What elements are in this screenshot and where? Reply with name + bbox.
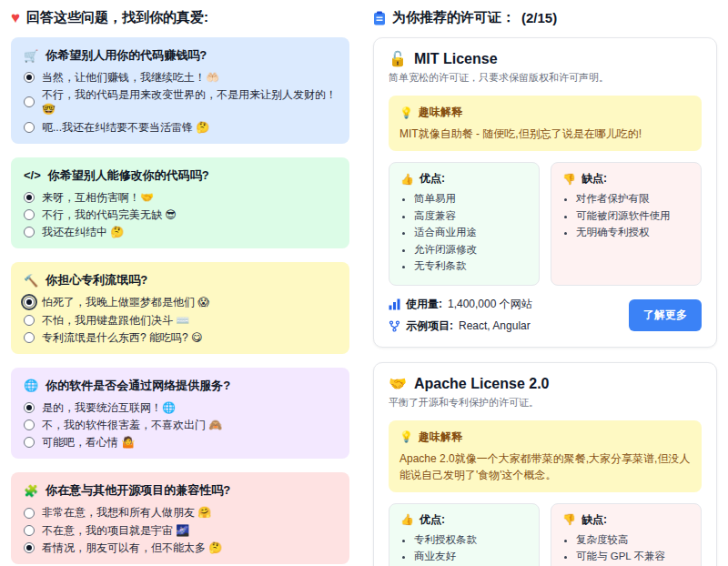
question-card: 🛒 你希望别人用你的代码赚钱吗? 当然，让他们赚钱，我继续吃土！🤲🏻 不行，我的… — [11, 37, 349, 144]
pros-list: 专利授权条款商业友好允许闭源修改 — [400, 533, 528, 566]
radio-icon[interactable] — [24, 297, 35, 308]
option-list: 当然，让他们赚钱，我继续吃土！🤲🏻 不行，我的代码是用来改变世界的，不是用来让别… — [24, 70, 337, 135]
question-title: 🌐 你的软件是否会通过网络提供服务? — [24, 378, 337, 394]
option-label: 不行，我的代码是用来改变世界的，不是用来让别人发财的！🤓 — [42, 87, 337, 116]
option-label: 看情况，朋友可以有，但不能太多 🤔 — [42, 541, 222, 555]
radio-icon[interactable] — [24, 525, 35, 536]
thumbs-up-icon: 👍 — [400, 173, 414, 186]
option-label: 我还在纠结中 🤔 — [42, 225, 124, 239]
fun-label: 💡 趣味解释 — [399, 105, 691, 120]
cons-item: 复杂度较高 — [576, 533, 690, 548]
radio-option[interactable]: 可能吧，看心情 🤷 — [24, 435, 337, 450]
radio-option[interactable]: 当然，让他们赚钱，我继续吃土！🤲🏻 — [24, 70, 337, 85]
questions-panel: ♥ 回答这些问题，找到你的真爱: 🛒 你希望别人用你的代码赚钱吗? 当然，让他们… — [11, 7, 349, 566]
radio-option[interactable]: 非常在意，我想和所有人做朋友 🤗 — [24, 505, 337, 520]
radio-icon[interactable] — [24, 332, 35, 343]
radio-option[interactable]: 不在意，我的项目就是宇宙 🌌 — [24, 523, 337, 538]
option-label: 非常在意，我想和所有人做朋友 🤗 — [42, 505, 211, 520]
license-name-text: Apache License 2.0 — [414, 376, 550, 392]
radio-icon[interactable] — [24, 402, 35, 413]
question-list: 🛒 你希望别人用你的代码赚钱吗? 当然，让他们赚钱，我继续吃土！🤲🏻 不行，我的… — [11, 37, 349, 564]
chart-icon — [389, 298, 400, 310]
bulb-icon: 💡 — [399, 106, 413, 119]
pros-item: 允许闭源修改 — [414, 243, 528, 258]
radio-option[interactable]: 不行，我的代码是用来改变世界的，不是用来让别人发财的！🤓 — [24, 87, 337, 116]
cons-item: 无明确专利授权 — [576, 226, 690, 240]
radio-option[interactable]: 是的，我要统治互联网！🌐 — [24, 400, 337, 415]
radio-option[interactable]: 看情况，朋友可以有，但不能太多 🤔 — [24, 541, 337, 555]
questions-panel-title-text: 回答这些问题，找到你的真爱: — [26, 9, 208, 26]
option-label: 呃...我还在纠结要不要当活雷锋 🤔 — [42, 120, 209, 135]
radio-icon[interactable] — [24, 508, 35, 519]
option-label: 不，我的软件很害羞，不喜欢出门 🙈 — [42, 418, 222, 432]
cons-label-text: 缺点: — [581, 171, 607, 187]
thumbs-up-icon: 👍 — [400, 513, 414, 526]
radio-icon[interactable] — [24, 72, 35, 83]
radio-option[interactable]: 不怕，我用键盘跟他们决斗 ⌨️ — [24, 313, 337, 328]
radio-icon[interactable] — [24, 192, 35, 203]
option-label: 不怕，我用键盘跟他们决斗 ⌨️ — [42, 313, 189, 328]
handshake-icon: 🤝 — [389, 377, 407, 391]
pros-title: 👍 优点: — [400, 512, 528, 528]
cons-item: 可能与 GPL 不兼容 — [576, 550, 690, 564]
usage-label: 使用量: — [406, 297, 442, 312]
radio-option[interactable]: 不行，我的代码完美无缺 😎 — [24, 207, 337, 222]
question-card: 🧩 你在意与其他开源项目的兼容性吗? 非常在意，我想和所有人做朋友 🤗 不在意，… — [11, 472, 349, 564]
radio-icon[interactable] — [24, 437, 35, 448]
puzzle-icon: 🧩 — [24, 485, 38, 497]
question-card: 🔨 你担心专利流氓吗? 怕死了，我晚上做噩梦都是他们 😱 不怕，我用键盘跟他们决… — [11, 262, 349, 354]
license-chooser-app: ♥ 回答这些问题，找到你的真爱: 🛒 你希望别人用你的代码赚钱吗? 当然，让他们… — [0, 0, 728, 566]
radio-option[interactable]: 来呀，互相伤害啊！🤝 — [24, 190, 337, 205]
question-title-text: 你担心专利流氓吗? — [46, 272, 147, 288]
cons-item: 对作者保护有限 — [576, 192, 690, 207]
license-name: 🤝 Apache License 2.0 — [389, 376, 702, 392]
radio-icon[interactable] — [24, 122, 35, 133]
usage-stat: 使用量: 1,400,000 个网站 — [389, 297, 532, 312]
radio-icon[interactable] — [24, 227, 35, 238]
fun-explanation-box: 💡 趣味解释 MIT就像自助餐 - 随便吃,但别忘了说是在哪儿吃的! — [389, 96, 702, 151]
radio-option[interactable]: 不，我的软件很害羞，不喜欢出门 🙈 — [24, 418, 337, 432]
radio-icon[interactable] — [24, 209, 35, 220]
radio-icon[interactable] — [24, 315, 35, 326]
question-title: 🧩 你在意与其他开源项目的兼容性吗? — [24, 482, 337, 499]
clipboard-icon — [373, 11, 386, 25]
bulb-icon: 💡 — [399, 430, 413, 443]
radio-icon[interactable] — [24, 542, 35, 553]
pros-cons-row: 👍 优点: 简单易用高度兼容适合商业用途允许闭源修改无专利条款 👎 缺点: — [389, 162, 702, 286]
fun-label-text: 趣味解释 — [419, 430, 462, 445]
pros-cons-row: 👍 优点: 专利授权条款商业友好允许闭源修改 👎 缺点: — [389, 503, 702, 566]
radio-option[interactable]: 我还在纠结中 🤔 — [24, 225, 337, 239]
heart-icon: ♥ — [11, 10, 20, 25]
cons-item: 可能被闭源软件使用 — [576, 209, 690, 224]
license-name: 🔓 MIT License — [389, 51, 702, 67]
option-label: 是的，我要统治互联网！🌐 — [42, 400, 176, 415]
fun-label-text: 趣味解释 — [419, 105, 462, 120]
pros-item: 高度兼容 — [414, 209, 528, 224]
cons-list: 对作者保护有限可能被闭源软件使用无明确专利授权 — [562, 192, 690, 240]
question-title: </> 你希望别人能修改你的代码吗? — [24, 167, 337, 184]
fun-text: Apache 2.0就像一个大家都带菜的聚餐,大家分享菜谱,但没人能说自己发明了… — [399, 450, 691, 483]
usage-value: 1,400,000 个网站 — [448, 297, 532, 312]
pros-label-text: 优点: — [420, 171, 445, 187]
option-label: 不在意，我的项目就是宇宙 🌌 — [42, 523, 189, 538]
option-list: 是的，我要统治互联网！🌐 不，我的软件很害羞，不喜欢出门 🙈 可能吧，看心情 🤷 — [24, 400, 337, 450]
license-card: 🔓 MIT License 简单宽松的许可证，只要求保留版权和许可声明。 💡 趣… — [373, 37, 717, 348]
radio-icon[interactable] — [24, 96, 35, 107]
question-title-text: 你希望别人用你的代码赚钱吗? — [46, 47, 207, 64]
radio-option[interactable]: 怕死了，我晚上做噩梦都是他们 😱 — [24, 295, 337, 309]
stats: 使用量: 1,400,000 个网站 示例项目: — [389, 297, 532, 334]
option-label: 不行，我的代码完美无缺 😎 — [42, 207, 177, 222]
learn-more-button[interactable]: 了解更多 — [629, 299, 702, 331]
fun-label: 💡 趣味解释 — [399, 430, 691, 445]
pros-item: 专利授权条款 — [414, 533, 528, 548]
cons-list: 复杂度较高可能与 GPL 不兼容 — [562, 533, 690, 564]
radio-option[interactable]: 专利流氓是什么东西? 能吃吗? 😋 — [24, 330, 337, 345]
cons-title: 👎 缺点: — [562, 512, 690, 528]
pros-label-text: 优点: — [420, 512, 445, 528]
cons-label-text: 缺点: — [581, 512, 607, 528]
radio-icon[interactable] — [24, 419, 35, 430]
recommendations-count: (2/15) — [521, 10, 557, 25]
radio-option[interactable]: 呃...我还在纠结要不要当活雷锋 🤔 — [24, 120, 337, 135]
option-label: 来呀，互相伤害啊！🤝 — [42, 190, 154, 205]
option-list: 非常在意，我想和所有人做朋友 🤗 不在意，我的项目就是宇宙 🌌 看情况，朋友可以… — [24, 505, 337, 555]
